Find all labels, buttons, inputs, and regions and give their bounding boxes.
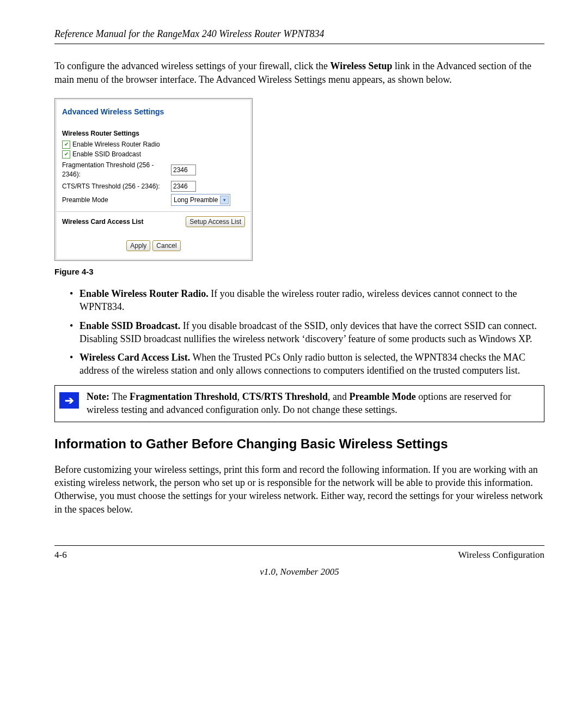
input-cts-threshold[interactable] [171,181,196,192]
row-preamble: Preamble Mode Long Preamble ▾ [62,194,245,206]
list-item: Enable Wireless Router Radio. If you dis… [70,287,544,314]
section-heading: Information to Gather Before Changing Ba… [54,435,544,453]
row-enable-radio: ✔ Enable Wireless Router Radio [62,140,245,149]
intro-paragraph: To configure the advanced wireless setti… [54,59,544,86]
panel-action-buttons: Apply Cancel [62,240,245,251]
intro-bold: Wireless Setup [330,60,393,71]
bullet-bold: Enable SSID Broadcast. [79,320,180,331]
footer: 4-6 Wireless Configuration v1.0, Novembe… [54,545,544,579]
settings-panel-frame: Advanced Wireless Settings Wireless Rout… [54,98,253,261]
label-access-list: Wireless Card Access List [62,217,144,226]
arrow-right-icon: ➔ [59,392,79,409]
row-enable-ssid: ✔ Enable SSID Broadcast [62,150,245,159]
panel-title: Advanced Wireless Settings [62,105,245,127]
cancel-button[interactable]: Cancel [152,240,180,251]
note-c2: , and [328,391,350,402]
footer-page-number: 4-6 [54,549,67,562]
footer-section-name: Wireless Configuration [458,549,544,562]
input-frag-threshold[interactable] [171,165,196,175]
setup-access-list-button[interactable]: Setup Access List [186,216,245,227]
note-b2: CTS/RTS Threshold [242,391,328,402]
label-cts-threshold: CTS/RTS Threshold (256 - 2346): [62,182,171,191]
figure-caption: Figure 4-3 [54,266,544,277]
bullet-bold: Wireless Card Access List. [79,352,190,363]
bulleted-list: Enable Wireless Router Radio. If you dis… [70,287,544,378]
note-c1: , [237,391,242,402]
list-item: Wireless Card Access List. When the Trus… [70,351,544,378]
panel-section-router-settings: Wireless Router Settings [62,129,245,138]
note-lead: Note: [87,391,112,402]
panel-divider [57,211,250,212]
section-paragraph: Before customizing your wireless setting… [54,463,544,516]
intro-pre: To configure the advanced wireless setti… [54,60,330,71]
row-cts-threshold: CTS/RTS Threshold (256 - 2346): [62,181,245,192]
row-access-list: Wireless Card Access List Setup Access L… [62,216,245,227]
row-frag-threshold: Fragmentation Threshold (256 - 2346): [62,161,245,178]
checkbox-enable-radio[interactable]: ✔ [62,141,70,149]
select-preamble[interactable]: Long Preamble ▾ [171,194,230,206]
note-box: ➔ Note: The Fragmentation Threshold, CTS… [54,385,544,423]
label-enable-ssid: Enable SSID Broadcast [72,150,141,159]
page-header: Reference Manual for the RangeMax 240 Wi… [54,27,544,44]
settings-panel: Advanced Wireless Settings Wireless Rout… [57,100,250,259]
label-enable-radio: Enable Wireless Router Radio [72,140,160,149]
note-b1: Fragmentation Threshold [130,391,237,402]
apply-button[interactable]: Apply [126,240,150,251]
note-b3: Preamble Mode [350,391,416,402]
note-text: Note: The Fragmentation Threshold, CTS/R… [87,390,537,417]
list-item: Enable SSID Broadcast. If you disable br… [70,319,544,346]
select-preamble-value: Long Preamble [174,196,218,204]
footer-version: v1.0, November 2005 [54,566,544,579]
checkbox-enable-ssid[interactable]: ✔ [62,150,70,159]
label-preamble: Preamble Mode [62,196,171,204]
label-frag-threshold: Fragmentation Threshold (256 - 2346): [62,161,171,178]
bullet-bold: Enable Wireless Router Radio. [79,288,209,299]
chevron-down-icon: ▾ [220,196,229,204]
note-mid1: The [112,391,129,402]
